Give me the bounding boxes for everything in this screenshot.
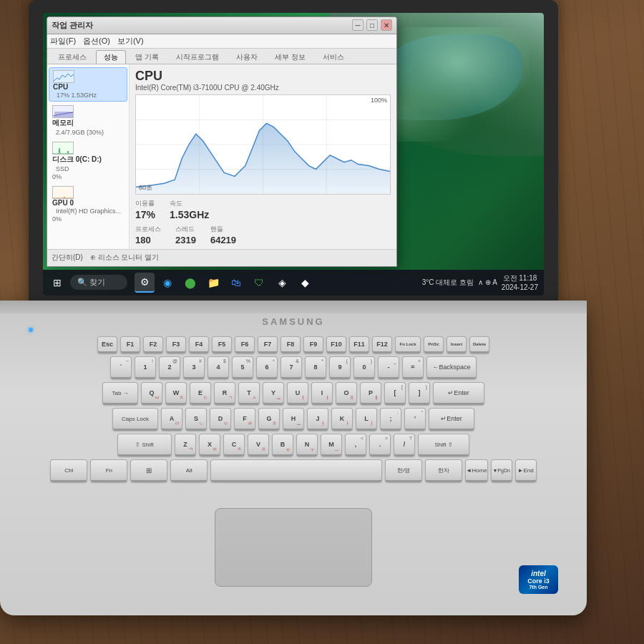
tab-startup[interactable]: 시작프로그램 xyxy=(168,50,227,64)
key-delete[interactable]: Delete xyxy=(469,336,489,353)
key-q[interactable]: Qㅂ xyxy=(141,382,162,405)
key-hanja[interactable]: 한자 xyxy=(425,459,462,482)
key-g[interactable]: Gㅎ xyxy=(258,408,280,431)
key-y[interactable]: Yㅛ xyxy=(263,382,284,405)
key-f10[interactable]: F10 xyxy=(326,336,346,353)
key-esc[interactable]: Esc xyxy=(97,336,117,353)
key-z[interactable]: Zㅋ xyxy=(175,434,196,457)
key-prtsc[interactable]: PrtSc xyxy=(424,336,444,353)
sidebar-item-gpu[interactable]: GPU 0 Intel(R) HD Graphics...0% xyxy=(49,184,127,225)
key-a[interactable]: Aㅁ xyxy=(161,408,182,431)
key-caps-lock[interactable]: Caps Lock xyxy=(112,408,158,431)
key-5[interactable]: %5 xyxy=(232,356,253,379)
key-f9[interactable]: F9 xyxy=(303,336,323,353)
tab-users[interactable]: 사용자 xyxy=(228,50,265,64)
key-hangul[interactable]: 한/영 xyxy=(385,459,422,482)
key-slash[interactable]: ?/ xyxy=(394,434,415,457)
key-s[interactable]: Sㄴ xyxy=(185,408,207,431)
key-enter-ext[interactable]: ↵Enter xyxy=(429,408,474,431)
key-f3[interactable]: F3 xyxy=(166,336,186,353)
key-3[interactable]: #3 xyxy=(183,356,205,379)
key-n[interactable]: Nㅜ xyxy=(296,434,318,457)
key-m[interactable]: Mㅡ xyxy=(321,434,342,457)
taskbar-icon-tm[interactable]: ⚙ xyxy=(135,273,155,293)
key-shift-right[interactable]: Shift ⇧ xyxy=(418,434,469,457)
key-f1[interactable]: F1 xyxy=(120,336,140,353)
menu-view[interactable]: 보기(V) xyxy=(117,36,144,47)
key-f6[interactable]: F6 xyxy=(235,336,255,353)
close-button[interactable]: ✕ xyxy=(381,19,392,31)
tab-process[interactable]: 프로세스 xyxy=(50,50,94,64)
taskbar-systray[interactable]: ∧ ⊕ A xyxy=(478,278,497,286)
sidebar-item-memory[interactable]: 메모리 2.4/7.9GB (30%) xyxy=(49,103,127,138)
key-equals[interactable]: += xyxy=(402,356,424,379)
key-shift-left[interactable]: ⇧ Shift xyxy=(117,434,172,457)
key-space[interactable] xyxy=(210,459,382,482)
key-i[interactable]: Iㅑ xyxy=(311,382,333,405)
key-backtick[interactable]: ~` xyxy=(110,356,132,379)
key-7[interactable]: &7 xyxy=(280,356,302,379)
key-bracket-l[interactable]: {[ xyxy=(384,382,406,405)
key-d[interactable]: Dㅇ xyxy=(210,408,231,431)
taskbar-icon-app2[interactable]: ◆ xyxy=(295,273,315,293)
key-ctrl-left[interactable]: Ctrl xyxy=(50,459,87,482)
taskbar-icon-store[interactable]: 🛍 xyxy=(226,273,246,293)
key-c[interactable]: Cㅊ xyxy=(223,434,245,457)
key-r[interactable]: Rㄱ xyxy=(214,382,235,405)
minimize-button[interactable]: ─ xyxy=(352,19,364,31)
key-v[interactable]: Vㅍ xyxy=(248,434,269,457)
key-t[interactable]: Tㅅ xyxy=(238,382,260,405)
key-9[interactable]: (9 xyxy=(329,356,351,379)
menu-options[interactable]: 옵션(O) xyxy=(83,36,110,47)
touchpad[interactable] xyxy=(215,508,372,587)
key-j[interactable]: Jㅓ xyxy=(307,408,328,431)
key-bracket-r[interactable]: }] xyxy=(409,382,430,405)
key-p[interactable]: Pㅔ xyxy=(360,382,381,405)
key-u[interactable]: Uㅕ xyxy=(287,382,308,405)
key-x[interactable]: Xㅌ xyxy=(199,434,220,457)
key-arrow-right[interactable]: ►End xyxy=(515,459,537,482)
key-4[interactable]: $4 xyxy=(208,356,229,379)
key-comma[interactable]: <, xyxy=(345,434,366,457)
key-win[interactable]: ⊞ xyxy=(130,459,167,482)
key-arrow-down[interactable]: ▼PgDn xyxy=(491,459,512,482)
key-w[interactable]: Wㅈ xyxy=(165,382,187,405)
key-8[interactable]: *8 xyxy=(305,356,326,379)
key-enter[interactable]: ↵Enter xyxy=(433,382,484,405)
key-f5[interactable]: F5 xyxy=(212,336,232,353)
taskbar-icon-edge[interactable]: ◉ xyxy=(157,273,177,293)
key-f2[interactable]: F2 xyxy=(143,336,163,353)
footer-overview[interactable]: 간단히(D) xyxy=(52,253,83,263)
taskbar-icon-security[interactable]: 🛡 xyxy=(249,273,269,293)
key-alt-left[interactable]: Alt xyxy=(170,459,208,482)
key-2[interactable]: @2 xyxy=(159,356,180,379)
tab-app-history[interactable]: 앱 기록 xyxy=(127,50,167,64)
key-b[interactable]: Bㅠ xyxy=(272,434,293,457)
tab-services[interactable]: 서비스 xyxy=(315,50,352,64)
key-fn[interactable]: Fn xyxy=(90,459,127,482)
taskbar-icon-chrome[interactable]: ⬤ xyxy=(180,273,200,293)
footer-resource-monitor[interactable]: ⊕ 리소스 모니터 열기 xyxy=(90,253,159,263)
tab-details[interactable]: 세부 정보 xyxy=(267,50,313,64)
sidebar-item-cpu[interactable]: CPU 17% 1.53GHz xyxy=(49,67,127,102)
key-f4[interactable]: F4 xyxy=(189,336,209,353)
menu-file[interactable]: 파일(F) xyxy=(50,36,76,47)
key-tab[interactable]: Tab → xyxy=(102,382,138,405)
taskbar-icon-folder[interactable]: 📁 xyxy=(203,273,223,293)
key-6[interactable]: ^6 xyxy=(256,356,278,379)
key-0[interactable]: )0 xyxy=(353,356,375,379)
key-f8[interactable]: F8 xyxy=(280,336,301,353)
taskbar-icon-app1[interactable]: ◈ xyxy=(272,273,292,293)
key-minus[interactable]: _- xyxy=(378,356,399,379)
key-k[interactable]: Kㅏ xyxy=(331,408,353,431)
key-period[interactable]: >. xyxy=(369,434,391,457)
sidebar-item-disk[interactable]: 디스크 0(C: D:) SSD0% xyxy=(49,140,127,182)
maximize-button[interactable]: □ xyxy=(366,19,378,31)
key-quote[interactable]: "' xyxy=(404,408,426,431)
key-l[interactable]: Lㅣ xyxy=(356,408,377,431)
key-e[interactable]: Eㄷ xyxy=(190,382,211,405)
key-f11[interactable]: F11 xyxy=(349,336,369,353)
key-arrow-left[interactable]: ◄Home xyxy=(465,459,487,482)
key-o[interactable]: Oㅐ xyxy=(336,382,357,405)
key-1[interactable]: !1 xyxy=(135,356,156,379)
